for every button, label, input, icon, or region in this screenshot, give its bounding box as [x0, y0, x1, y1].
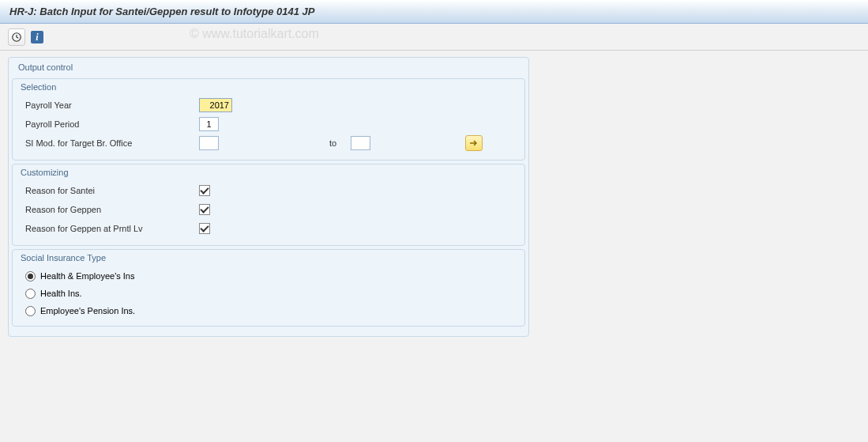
si-mod-to-input[interactable] [351, 136, 370, 150]
multiple-selection-button[interactable] [465, 135, 483, 151]
customizing-group: Customizing Reason for Santei Reason for… [12, 164, 525, 246]
si-mod-from-input[interactable] [199, 136, 219, 150]
toolbar: i [0, 24, 868, 51]
payroll-year-label: Payroll Year [17, 100, 199, 110]
info-button[interactable]: i [28, 28, 46, 46]
payroll-period-input[interactable] [199, 117, 219, 131]
si-type-radio-health[interactable] [25, 289, 36, 299]
customizing-label: Customizing [13, 164, 524, 179]
page-title: HR-J: Batch Input for Santei/Geppen resu… [9, 6, 314, 17]
content-area: Output control Selection Payroll Year Pa… [0, 51, 868, 343]
si-type-option-label-0: Health & Employee's Ins [40, 271, 135, 281]
reason-geppen-checkbox[interactable] [199, 204, 210, 215]
execute-button[interactable] [8, 28, 25, 46]
title-bar: HR-J: Batch Input for Santei/Geppen resu… [0, 0, 868, 24]
si-mod-label: SI Mod. for Target Br. Office [17, 138, 199, 148]
to-label: to [329, 138, 336, 148]
payroll-year-input[interactable] [199, 98, 232, 112]
output-control-label: Output control [9, 58, 528, 75]
reason-santei-label: Reason for Santei [17, 186, 199, 195]
si-type-option-label-1: Health Ins. [40, 289, 82, 298]
reason-geppen-label: Reason for Geppen [17, 205, 199, 214]
si-type-radio-health-employee[interactable] [25, 271, 36, 281]
si-type-label: Social Insurance Type [13, 250, 524, 264]
selection-label: Selection [13, 79, 524, 93]
output-control-group: Output control Selection Payroll Year Pa… [8, 57, 529, 337]
payroll-period-label: Payroll Period [17, 119, 199, 129]
arrow-right-icon [469, 139, 479, 147]
si-type-option-label-2: Employee's Pension Ins. [40, 306, 135, 315]
reason-santei-checkbox[interactable] [199, 185, 210, 196]
reason-geppen-prntl-label: Reason for Geppen at Prntl Lv [17, 224, 199, 233]
selection-group: Selection Payroll Year Payroll Period SI… [12, 78, 525, 161]
info-icon: i [31, 31, 43, 43]
si-type-group: Social Insurance Type Health & Employee'… [12, 249, 525, 327]
reason-geppen-prntl-checkbox[interactable] [199, 223, 210, 234]
clock-icon [11, 32, 22, 43]
si-type-radio-pension[interactable] [25, 306, 36, 316]
